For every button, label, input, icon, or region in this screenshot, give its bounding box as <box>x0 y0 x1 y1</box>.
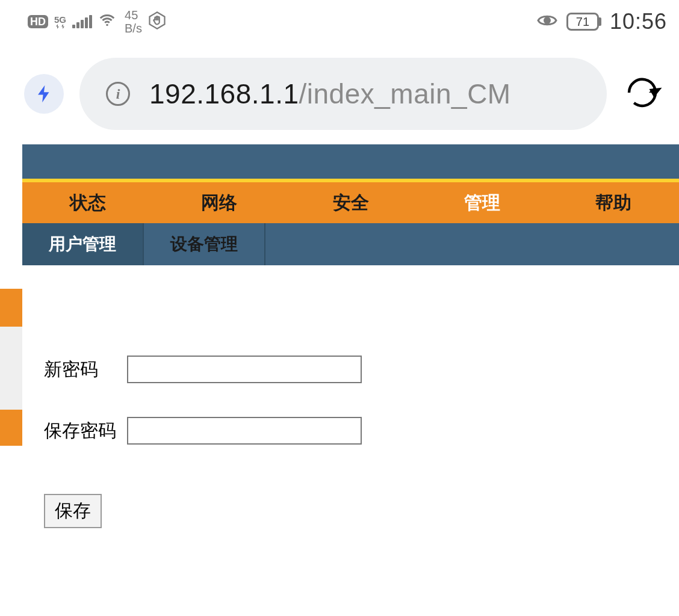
flash-button[interactable] <box>24 74 64 114</box>
tab-network[interactable]: 网络 <box>153 191 285 215</box>
tab-help[interactable]: 帮助 <box>548 191 679 215</box>
url-host: 192.168.1.1 <box>149 78 299 109</box>
rate-unit: B/s <box>125 22 142 35</box>
sub-nav: 用户管理 设备管理 <box>22 223 679 265</box>
new-password-input[interactable] <box>127 356 362 383</box>
eye-icon <box>536 10 558 34</box>
save-password-label: 保存密码 <box>44 419 127 443</box>
save-button[interactable]: 保存 <box>44 494 102 528</box>
main-nav: 状态 网络 安全 管理 帮助 <box>22 182 679 223</box>
url-path: /index_main_CM <box>299 78 511 109</box>
reload-button[interactable] <box>622 73 662 115</box>
network-type: 5G <box>54 15 66 29</box>
left-accent-column <box>0 289 22 552</box>
battery-pct: 71 <box>576 15 589 29</box>
tab-security[interactable]: 安全 <box>285 191 416 215</box>
page-header-bar <box>22 144 679 179</box>
hd-badge: HD <box>28 15 48 28</box>
status-left: HD 5G 45 B/s <box>28 8 166 35</box>
content-area: 新密码 保存密码 保存 <box>22 265 679 552</box>
row-save-password: 保存密码 <box>44 417 657 445</box>
network-label: 5G <box>54 15 66 24</box>
new-password-label: 新密码 <box>44 357 127 382</box>
signal-bars-icon <box>72 15 92 28</box>
url-text: 192.168.1.1/index_main_CM <box>149 78 511 110</box>
site-info-icon[interactable]: i <box>106 82 130 106</box>
phone-status-bar: HD 5G 45 B/s <box>0 0 679 43</box>
svg-marker-3 <box>651 90 659 96</box>
svg-marker-1 <box>149 12 164 29</box>
hand-block-icon <box>148 11 166 32</box>
status-right: 71 10:56 <box>536 9 667 34</box>
browser-chrome: i 192.168.1.1/index_main_CM <box>0 43 679 144</box>
battery-indicator: 71 <box>566 13 601 31</box>
svg-point-0 <box>106 24 108 26</box>
subtab-device-manage[interactable]: 设备管理 <box>144 223 265 265</box>
row-new-password: 新密码 <box>44 356 657 383</box>
url-bar[interactable]: i 192.168.1.1/index_main_CM <box>79 58 607 130</box>
svg-point-2 <box>544 18 550 23</box>
router-admin-page: 状态 网络 安全 管理 帮助 用户管理 设备管理 新密码 保存密码 保存 <box>0 144 679 552</box>
clock: 10:56 <box>610 9 667 34</box>
rate-value: 45 <box>125 8 142 22</box>
tab-manage[interactable]: 管理 <box>417 191 548 215</box>
save-password-input[interactable] <box>127 417 362 445</box>
subtab-user-manage[interactable]: 用户管理 <box>22 223 144 265</box>
wifi-icon <box>98 11 116 32</box>
data-rate: 45 B/s <box>125 8 142 35</box>
tab-status[interactable]: 状态 <box>22 191 153 215</box>
